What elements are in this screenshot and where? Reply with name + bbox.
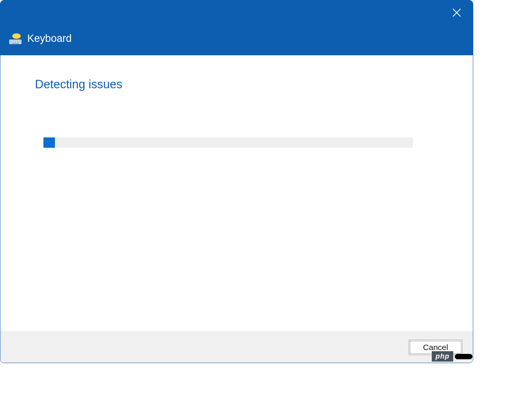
window-title: Keyboard xyxy=(27,33,72,45)
keyboard-icon xyxy=(9,33,22,45)
title-left: Keyboard xyxy=(9,33,72,45)
troubleshooter-window: Keyboard Detecting issues Cancel xyxy=(0,0,473,363)
svg-point-2 xyxy=(12,33,21,39)
bottom-bar: Cancel xyxy=(0,332,473,363)
status-heading: Detecting issues xyxy=(35,78,438,91)
title-bar: Keyboard xyxy=(0,0,473,55)
watermark: php xyxy=(432,351,472,362)
php-badge: php xyxy=(432,351,453,362)
progress-bar xyxy=(43,137,413,148)
progress-fill xyxy=(43,137,55,148)
content-area: Detecting issues xyxy=(0,55,473,332)
watermark-pill xyxy=(455,354,472,359)
close-icon[interactable] xyxy=(451,7,462,18)
